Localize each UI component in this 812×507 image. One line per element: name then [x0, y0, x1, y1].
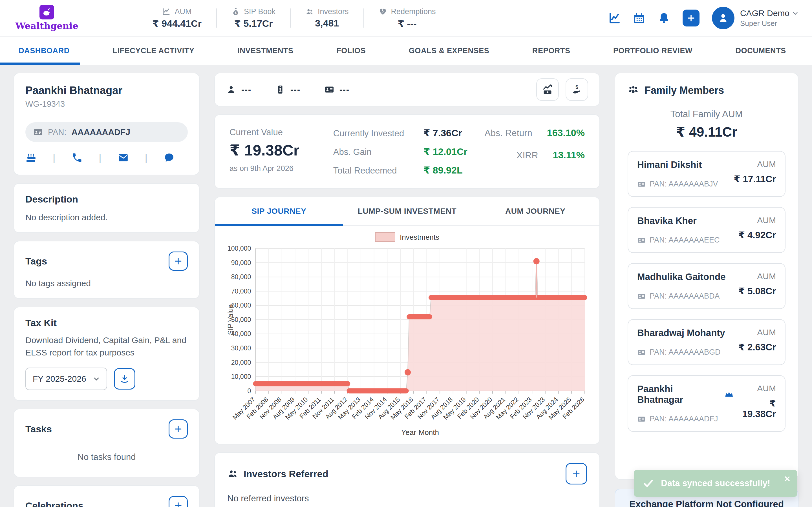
download-tax-kit-button[interactable] [114, 368, 135, 390]
celebrations-title: Celebrations [26, 500, 84, 507]
user-menu[interactable]: CAGR Demo Super User [712, 7, 799, 29]
divider [290, 8, 291, 27]
member-aum-value: ₹ 5.08Cr [739, 286, 776, 297]
right-column: Family Members Total Family AUM ₹ 49.11C… [615, 73, 799, 507]
user-avatar [712, 7, 734, 29]
fy-select[interactable]: FY 2025-2026 [26, 368, 107, 390]
description-empty-text: No description added. [26, 213, 188, 222]
tasks-card: Tasks No tasks found [13, 409, 200, 477]
stat-label: SIP Book [244, 7, 275, 16]
stat-row: Abs. Return 163.10% [485, 127, 585, 138]
stat-label: Investors [318, 7, 349, 16]
stat-row: Total Redeemed ₹ 89.92L [333, 165, 467, 176]
calendar-icon[interactable] [633, 12, 645, 24]
svg-text:90,000: 90,000 [231, 259, 251, 267]
divider [363, 8, 364, 27]
download-icon [120, 374, 130, 384]
profile-actions: | | | [26, 152, 175, 163]
tab-aum-journey[interactable]: AUM JOURNEY [471, 197, 599, 225]
line-chart-icon [162, 7, 170, 16]
member-aum-value: ₹ 17.11Cr [733, 173, 776, 184]
investors-icon [305, 8, 314, 16]
family-member-card[interactable]: Himani Dikshit PAN: AAAAAAABJV AUM ₹ 17.… [627, 151, 785, 197]
contact-person: --- [226, 84, 252, 95]
tax-kit-description: Download Dividend, Capital Gain, P&L and… [26, 334, 188, 358]
tab-reports[interactable]: REPORTS [522, 37, 580, 65]
member-aum-label: AUM [739, 272, 776, 281]
family-members-list: Himani Dikshit PAN: AAAAAAABJV AUM ₹ 17.… [627, 151, 785, 432]
email-icon[interactable] [117, 152, 129, 163]
header-actions: CAGR Demo Super User [608, 7, 799, 29]
family-member-card[interactable]: Bhavika Kher PAN: AAAAAAAEEC AUM ₹ 4.92C… [627, 207, 785, 253]
analytics-chart-icon[interactable] [608, 12, 620, 24]
current-value-block: Current Value ₹ 19.38Cr as on 9th Apr 20… [230, 127, 299, 173]
app-root: Wealthgenie AUM ₹ 944.41Cr $ SIP Book ₹ … [0, 0, 812, 507]
notifications-bell-icon[interactable] [658, 12, 670, 24]
quick-add-button[interactable] [682, 10, 700, 26]
valuation-card: Current Value ₹ 19.38Cr as on 9th Apr 20… [214, 114, 600, 189]
birthday-cake-icon[interactable] [26, 152, 37, 163]
add-celebration-button[interactable] [168, 496, 188, 507]
user-name: CAGR Demo [740, 8, 790, 18]
family-member-card[interactable]: Bharadwaj Mohanty PAN: AAAAAAABGD AUM ₹ … [627, 319, 785, 365]
member-name: Himani Dikshit [637, 159, 718, 170]
svg-text:100,000: 100,000 [227, 245, 251, 252]
member-pan: PAN: AAAAAAADFJ [637, 414, 734, 424]
svg-text:20,000: 20,000 [231, 359, 251, 366]
member-name: Bhavika Kher [637, 216, 720, 226]
tab-dashboard[interactable]: DASHBOARD [0, 37, 80, 65]
main-nav: DASHBOARD LIFECYCLE ACTIVITY INVESTMENTS… [0, 36, 812, 65]
add-task-button[interactable] [168, 419, 188, 439]
id-card-icon [637, 348, 646, 356]
tab-lump-sum-investment[interactable]: LUMP-SUM INVESTMENT [343, 197, 471, 225]
tab-goals-expenses[interactable]: GOALS & EXPENSES [399, 37, 500, 65]
tab-investments[interactable]: INVESTMENTS [227, 37, 304, 65]
tags-title: Tags [26, 256, 47, 267]
tab-folios[interactable]: FOLIOS [326, 37, 376, 65]
family-icon [627, 85, 639, 96]
tasks-empty-text: No tasks found [26, 439, 188, 467]
tab-lifecycle-activity[interactable]: LIFECYCLE ACTIVITY [102, 37, 204, 65]
header-stat-sip-book: $ SIP Book ₹ 5.17Cr [232, 7, 275, 29]
stat-value: ₹ --- [378, 18, 436, 29]
member-pan: PAN: AAAAAAABJV [637, 180, 718, 188]
profile-card: Paankhi Bhatnagar WG-19343 PAN: AAAAAAAD… [13, 73, 200, 175]
transactions-button[interactable] [536, 78, 559, 101]
svg-text:70,000: 70,000 [231, 288, 251, 295]
sip-journey-chart[interactable]: 010,00020,00030,00040,00050,00060,00070,… [225, 244, 589, 438]
header-stats: AUM ₹ 944.41Cr $ SIP Book ₹ 5.17Cr Inves… [152, 7, 436, 29]
sip-journey-card: SIP JOURNEY LUMP-SUM INVESTMENT AUM JOUR… [214, 196, 600, 445]
contact-summary-card: --- --- --- $ [214, 73, 600, 107]
tab-sip-journey[interactable]: SIP JOURNEY [215, 197, 343, 225]
fy-selected-value: FY 2025-2026 [33, 374, 86, 384]
family-member-card[interactable]: Madhulika Gaitonde PAN: AAAAAAABDA AUM ₹… [627, 263, 785, 309]
tax-kit-card: Tax Kit Download Dividend, Capital Gain,… [13, 307, 200, 401]
member-name: Madhulika Gaitonde [637, 272, 726, 282]
tab-portfolio-review[interactable]: PORTFOLIO REVIEW [603, 37, 703, 65]
pan-label: PAN: [48, 128, 66, 137]
brand-name: Wealthgenie [15, 20, 78, 31]
header-stat-redemptions: Redemptions ₹ --- [378, 7, 436, 29]
contact-pan-value: --- [340, 85, 350, 94]
add-referred-investor-button[interactable] [566, 463, 587, 485]
toast-close-icon[interactable]: ✕ [783, 473, 792, 485]
total-family-aum-label: Total Family AUM [627, 109, 785, 119]
current-value: ₹ 19.38Cr [230, 142, 299, 159]
tasks-title: Tasks [26, 424, 52, 435]
brand-logo[interactable]: Wealthgenie [13, 5, 80, 31]
family-member-card-primary[interactable]: Paankhi Bhatnagar PAN: AAAAAAADFJ AUM ₹ … [627, 375, 785, 432]
header-stat-investors: Investors 3,481 [305, 7, 349, 29]
phone-icon[interactable] [71, 152, 83, 163]
id-card-icon [324, 84, 335, 95]
member-aum-value: ₹ 2.63Cr [739, 342, 776, 353]
chat-icon[interactable] [163, 152, 175, 163]
svg-text:80,000: 80,000 [231, 273, 251, 281]
legend-label: Investments [400, 233, 439, 242]
family-members-title: Family Members [645, 84, 724, 96]
tab-documents[interactable]: DOCUMENTS [725, 37, 796, 65]
payout-button[interactable]: $ [566, 78, 588, 101]
add-tag-button[interactable] [168, 251, 188, 271]
pan-value: AAAAAAADFJ [71, 127, 130, 137]
dollar-hand-icon: $ [571, 84, 582, 95]
contact-phone-value: --- [290, 85, 301, 94]
